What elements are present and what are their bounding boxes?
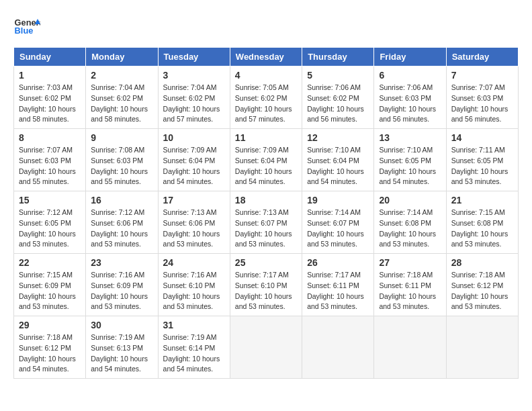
calendar-day-1: 1Sunrise: 7:03 AMSunset: 6:02 PMDaylight…: [14, 66, 86, 129]
calendar-empty: [302, 316, 374, 379]
calendar-day-23: 23Sunrise: 7:16 AMSunset: 6:09 PMDayligh…: [86, 254, 158, 316]
calendar-header-thursday: Thursday: [302, 48, 374, 66]
svg-text:Blue: Blue: [15, 26, 34, 36]
calendar-day-5: 5Sunrise: 7:06 AMSunset: 6:02 PMDaylight…: [302, 66, 374, 129]
calendar-empty: [446, 316, 518, 379]
calendar-day-19: 19Sunrise: 7:14 AMSunset: 6:07 PMDayligh…: [302, 191, 374, 254]
calendar-empty: [230, 316, 302, 379]
calendar-header-tuesday: Tuesday: [158, 48, 230, 66]
calendar-day-8: 8Sunrise: 7:07 AMSunset: 6:03 PMDaylight…: [14, 129, 86, 191]
calendar-day-21: 21Sunrise: 7:15 AMSunset: 6:08 PMDayligh…: [446, 191, 518, 254]
calendar-day-17: 17Sunrise: 7:13 AMSunset: 6:06 PMDayligh…: [158, 191, 230, 254]
logo: General Blue: [13, 13, 40, 40]
calendar-day-27: 27Sunrise: 7:18 AMSunset: 6:11 PMDayligh…: [374, 254, 446, 316]
calendar-day-26: 26Sunrise: 7:17 AMSunset: 6:11 PMDayligh…: [302, 254, 374, 316]
calendar-day-30: 30Sunrise: 7:19 AMSunset: 6:13 PMDayligh…: [86, 316, 158, 379]
calendar-day-12: 12Sunrise: 7:10 AMSunset: 6:04 PMDayligh…: [302, 129, 374, 191]
calendar-day-22: 22Sunrise: 7:15 AMSunset: 6:09 PMDayligh…: [14, 254, 86, 316]
calendar-day-3: 3Sunrise: 7:04 AMSunset: 6:02 PMDaylight…: [158, 66, 230, 129]
calendar-day-29: 29Sunrise: 7:18 AMSunset: 6:12 PMDayligh…: [14, 316, 86, 379]
calendar-day-18: 18Sunrise: 7:13 AMSunset: 6:07 PMDayligh…: [230, 191, 302, 254]
page-header: General Blue: [13, 13, 519, 40]
calendar-day-15: 15Sunrise: 7:12 AMSunset: 6:05 PMDayligh…: [14, 191, 86, 254]
calendar-header-row: SundayMondayTuesdayWednesdayThursdayFrid…: [14, 48, 519, 66]
calendar-day-6: 6Sunrise: 7:06 AMSunset: 6:03 PMDaylight…: [374, 66, 446, 129]
logo-icon: General Blue: [13, 13, 40, 40]
calendar-day-9: 9Sunrise: 7:08 AMSunset: 6:03 PMDaylight…: [86, 129, 158, 191]
calendar-day-28: 28Sunrise: 7:18 AMSunset: 6:12 PMDayligh…: [446, 254, 518, 316]
calendar-day-14: 14Sunrise: 7:11 AMSunset: 6:05 PMDayligh…: [446, 129, 518, 191]
calendar-day-31: 31Sunrise: 7:19 AMSunset: 6:14 PMDayligh…: [158, 316, 230, 379]
calendar-week-1: 1Sunrise: 7:03 AMSunset: 6:02 PMDaylight…: [14, 66, 519, 129]
calendar-header-saturday: Saturday: [446, 48, 518, 66]
calendar-day-11: 11Sunrise: 7:09 AMSunset: 6:04 PMDayligh…: [230, 129, 302, 191]
calendar-day-4: 4Sunrise: 7:05 AMSunset: 6:02 PMDaylight…: [230, 66, 302, 129]
calendar-table: SundayMondayTuesdayWednesdayThursdayFrid…: [13, 47, 519, 379]
calendar-day-20: 20Sunrise: 7:14 AMSunset: 6:08 PMDayligh…: [374, 191, 446, 254]
calendar-header-wednesday: Wednesday: [230, 48, 302, 66]
calendar-day-13: 13Sunrise: 7:10 AMSunset: 6:05 PMDayligh…: [374, 129, 446, 191]
calendar-day-10: 10Sunrise: 7:09 AMSunset: 6:04 PMDayligh…: [158, 129, 230, 191]
calendar-day-25: 25Sunrise: 7:17 AMSunset: 6:10 PMDayligh…: [230, 254, 302, 316]
calendar-day-16: 16Sunrise: 7:12 AMSunset: 6:06 PMDayligh…: [86, 191, 158, 254]
calendar-week-4: 22Sunrise: 7:15 AMSunset: 6:09 PMDayligh…: [14, 254, 519, 316]
calendar-week-2: 8Sunrise: 7:07 AMSunset: 6:03 PMDaylight…: [14, 129, 519, 191]
calendar-header-sunday: Sunday: [14, 48, 86, 66]
calendar-day-2: 2Sunrise: 7:04 AMSunset: 6:02 PMDaylight…: [86, 66, 158, 129]
calendar-week-3: 15Sunrise: 7:12 AMSunset: 6:05 PMDayligh…: [14, 191, 519, 254]
calendar-empty: [374, 316, 446, 379]
calendar-day-7: 7Sunrise: 7:07 AMSunset: 6:03 PMDaylight…: [446, 66, 518, 129]
calendar-header-friday: Friday: [374, 48, 446, 66]
calendar-header-monday: Monday: [86, 48, 158, 66]
calendar-day-24: 24Sunrise: 7:16 AMSunset: 6:10 PMDayligh…: [158, 254, 230, 316]
calendar-week-5: 29Sunrise: 7:18 AMSunset: 6:12 PMDayligh…: [14, 316, 519, 379]
